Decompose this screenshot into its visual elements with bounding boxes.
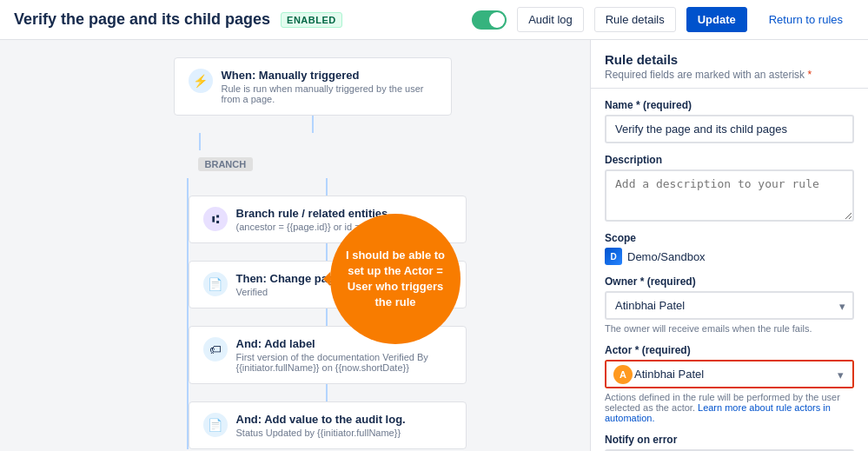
audit-log-button[interactable]: Audit log — [517, 7, 584, 32]
notify-label: Notify on error — [605, 434, 854, 446]
add-value-content: And: Add value to the audit log. Status … — [236, 413, 452, 438]
actor-avatar-icon: A — [613, 365, 633, 384]
actor-field-group: Actor * (required) Atinbhai Patel A ▾ — [605, 344, 854, 388]
owner-field-group: Owner * (required) Atinbhai Patel ▾ — [605, 275, 854, 320]
owner-select[interactable]: Atinbhai Patel — [605, 291, 854, 320]
rule-details-button[interactable]: Rule details — [594, 7, 676, 32]
scope-value: Demo/Sandbox — [627, 250, 706, 263]
trigger-desc: Rule is run when manually triggered by t… — [222, 83, 437, 104]
description-field-group: Description — [605, 154, 854, 222]
branch-label-row: BRANCH — [174, 150, 452, 178]
actor-select-wrapper: Atinbhai Patel A ▾ — [606, 361, 852, 387]
name-field-group: Name * (required) — [605, 99, 854, 143]
enabled-toggle[interactable] — [472, 10, 507, 30]
trigger-icon: ⚡ — [189, 69, 213, 93]
actor-hint: Actions defined in the rule will be perf… — [605, 392, 854, 423]
required-asterisk: * — [807, 69, 812, 81]
connector-2 — [326, 178, 328, 196]
add-value-title: And: Add value to the audit log. — [236, 413, 452, 426]
owner-select-wrapper: Atinbhai Patel ▾ — [605, 291, 854, 320]
rule-flow: ⚡ When: Manually triggered Rule is run w… — [17, 57, 573, 449]
page-header: Verify the page and its child pages ENAB… — [0, 0, 868, 40]
main-content: ⚡ When: Manually triggered Rule is run w… — [0, 40, 868, 451]
branch-icon: ⑆ — [203, 207, 228, 231]
panel-subtitle: Required fields are marked with an aster… — [605, 69, 854, 81]
trigger-node[interactable]: ⚡ When: Manually triggered Rule is run w… — [174, 57, 452, 116]
connector-4 — [326, 308, 328, 326]
description-input[interactable] — [605, 169, 854, 222]
add-value-icon: 📄 — [203, 413, 228, 437]
notify-field-group: Notify on error E-mail rule owner once w… — [605, 434, 854, 451]
add-label-desc: First version of the documentation Verif… — [236, 352, 452, 373]
actor-select[interactable]: Atinbhai Patel — [606, 361, 852, 387]
connector-1 — [312, 116, 314, 133]
owner-label: Owner * (required) — [605, 275, 854, 288]
actor-field-wrapper: Atinbhai Patel A ▾ — [605, 360, 854, 388]
connector-5 — [326, 384, 328, 401]
actor-label: Actor * (required) — [605, 344, 854, 356]
name-input[interactable] — [605, 115, 854, 143]
scope-label: Scope — [605, 232, 854, 244]
panel-body: Name * (required) Description Scope D De… — [591, 89, 868, 451]
tooltip-bubble: I should be able to set up the Actor = U… — [330, 214, 461, 344]
add-label-icon: 🏷 — [203, 337, 228, 361]
scope-value-row: D Demo/Sandbox — [605, 248, 854, 265]
scope-field-group: Scope D Demo/Sandbox — [605, 232, 854, 265]
add-value-desc: Status Updated by {{initiator.fullName}} — [236, 428, 452, 438]
page-title: Verify the page and its child pages — [14, 10, 270, 29]
change-status-icon: 📄 — [203, 272, 228, 296]
rule-canvas: ⚡ When: Manually triggered Rule is run w… — [0, 40, 590, 451]
scope-icon: D — [605, 248, 622, 265]
add-value-node[interactable]: 📄 And: Add value to the audit log. Statu… — [189, 401, 467, 449]
branch-label: BRANCH — [198, 157, 254, 171]
rule-details-panel: Rule details Required fields are marked … — [590, 40, 868, 451]
actor-avatar: A — [613, 365, 633, 384]
tooltip-text: I should be able to set up the Actor = U… — [344, 248, 447, 311]
add-label-content: And: Add label First version of the docu… — [236, 337, 452, 373]
return-to-rules-button[interactable]: Return to rules — [758, 7, 854, 32]
owner-hint: The owner will receive emails when the r… — [605, 323, 854, 334]
description-label: Description — [605, 154, 854, 166]
name-label: Name * (required) — [605, 99, 854, 111]
toggle-container[interactable] — [472, 10, 507, 30]
enabled-badge: ENABLED — [281, 12, 342, 28]
panel-title: Rule details — [605, 52, 854, 67]
trigger-content: When: Manually triggered Rule is run whe… — [222, 69, 437, 104]
connector-3 — [326, 243, 328, 261]
panel-header: Rule details Required fields are marked … — [591, 40, 868, 89]
trigger-title: When: Manually triggered — [222, 69, 437, 82]
update-button[interactable]: Update — [686, 7, 747, 32]
